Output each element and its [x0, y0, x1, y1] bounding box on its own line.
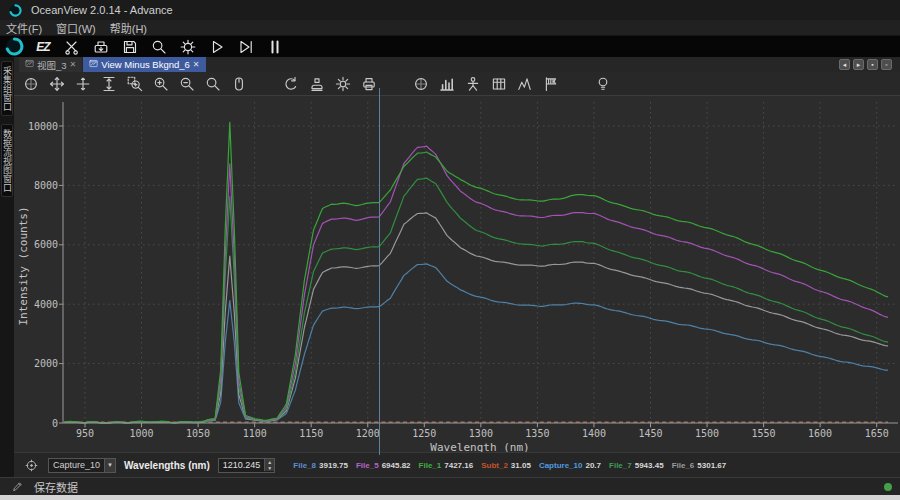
status-indicator-dot — [884, 483, 892, 491]
processing-icon[interactable] — [178, 37, 198, 56]
x-tick-label: 1400 — [582, 428, 606, 439]
tab-label: View Minus Bkgnd_6 — [101, 59, 190, 70]
graph-toolbar-group-0 — [22, 75, 248, 93]
legend-series-value: 7427.16 — [444, 461, 473, 470]
x-tick-label: 1450 — [638, 428, 662, 439]
save-icon[interactable] — [120, 37, 140, 56]
series-File_8 — [65, 264, 888, 423]
x-tick-label: 1300 — [469, 428, 493, 439]
window-title: OceanView 2.0.14 - Advance — [31, 4, 173, 16]
legend-series-name: File_6 — [672, 461, 695, 470]
legend-series-name: File_8 — [293, 461, 316, 470]
app-logo-icon — [5, 1, 25, 20]
menu-f[interactable]: 文件(F) — [6, 20, 42, 36]
zoom-area-icon[interactable] — [126, 75, 144, 93]
menu-h[interactable]: 帮助(H) — [110, 20, 147, 36]
dock-button-3[interactable]: ▫ — [881, 59, 892, 70]
mouse-icon[interactable] — [230, 75, 248, 93]
menu-w[interactable]: 窗口(W) — [56, 20, 96, 36]
menu-bar: 文件(F)窗口(W)帮助(H) — [0, 20, 900, 36]
pause-icon[interactable] — [265, 37, 285, 56]
step-icon[interactable] — [236, 37, 256, 56]
undo-icon[interactable] — [282, 75, 300, 93]
gear-icon[interactable] — [334, 75, 352, 93]
chart-icon[interactable] — [438, 75, 456, 93]
y-tick-label: 0 — [52, 418, 58, 429]
graph-toolbar-group-1 — [282, 75, 378, 93]
play-icon[interactable] — [207, 37, 227, 56]
legend-item-File_7: File_75943.45 — [609, 461, 664, 470]
export-icon[interactable] — [91, 37, 111, 56]
spectrum-plot[interactable]: 0200040006000800010000950100010501100115… — [14, 96, 900, 456]
zoom-out-icon[interactable] — [178, 75, 196, 93]
flag-icon[interactable] — [542, 75, 560, 93]
close-icon[interactable]: ✕ — [70, 60, 77, 69]
y-tick-label: 2000 — [34, 358, 58, 369]
graph-toolbar — [14, 72, 900, 96]
legend-series-name: File_7 — [609, 461, 632, 470]
series-File_7 — [65, 178, 888, 423]
sidebar-tab-1[interactable]: 数据流视图窗口 — [1, 124, 13, 197]
legend-item-Subt_2: Subt_231.05 — [481, 461, 531, 470]
dock-button-2[interactable]: ▪ — [867, 59, 878, 70]
capture-select[interactable]: Capture_10 ▼ — [48, 458, 116, 473]
bottom-edge-strip — [0, 495, 900, 500]
legend-series-name: Capture_10 — [539, 461, 583, 470]
document-tab-bar: 视图_3✕View Minus Bkgnd_6✕◂▸▪▫ — [14, 57, 900, 72]
dock-button-0[interactable]: ◂ — [839, 59, 850, 70]
close-icon[interactable]: ✕ — [193, 60, 200, 69]
legend-series-name: Subt_2 — [481, 461, 508, 470]
zoom-in-icon[interactable] — [152, 75, 170, 93]
spinner-arrows-icon[interactable]: ▲▼ — [264, 459, 274, 471]
tab-view-icon — [89, 59, 98, 70]
x-tick-label: 1250 — [412, 428, 436, 439]
crosshair-icon[interactable] — [74, 75, 92, 93]
peaks-icon[interactable] — [516, 75, 534, 93]
series-File_1 — [65, 122, 888, 423]
y-axis-label: Intensity (counts) — [17, 206, 30, 325]
legend-item-File_8: File_83919.75 — [293, 461, 348, 470]
stamp-icon[interactable] — [308, 75, 326, 93]
left-dock-sidebar: 采集组窗口数据流视图窗口 — [0, 57, 14, 477]
tab-视图_3[interactable]: 视图_3✕ — [19, 57, 82, 72]
bulb-icon[interactable] — [594, 75, 612, 93]
y-tick-label: 10000 — [28, 121, 58, 132]
y-tick-label: 6000 — [34, 239, 58, 250]
legend-item-File_5: File_56945.82 — [356, 461, 411, 470]
x-tick-label: 1200 — [356, 428, 380, 439]
title-bar: OceanView 2.0.14 - Advance — [0, 0, 900, 20]
dock-button-1[interactable]: ▸ — [853, 59, 864, 70]
cursor-control-bar: Capture_10 ▼ Wavelengths (nm) 1210.245 ▲… — [14, 452, 900, 477]
chevron-down-icon[interactable]: ▼ — [104, 459, 115, 472]
x-tick-label: 1350 — [525, 428, 549, 439]
tab-view-icon — [25, 59, 34, 70]
person-icon[interactable] — [464, 75, 482, 93]
table-icon[interactable] — [490, 75, 508, 93]
legend-series-value: 31.05 — [511, 461, 531, 470]
legend-series-value: 5943.45 — [635, 461, 664, 470]
tab-View Minus Bkgnd_6[interactable]: View Minus Bkgnd_6✕ — [83, 57, 205, 72]
pan-icon[interactable] — [48, 75, 66, 93]
wavelength-spinner[interactable]: 1210.245 ▲▼ — [218, 458, 276, 473]
legend-item-File_6: File_65301.67 — [672, 461, 727, 470]
legend-series-value: 20.7 — [585, 461, 601, 470]
ez-mode-icon[interactable]: EZ — [33, 37, 53, 56]
x-tick-label: 1000 — [129, 428, 153, 439]
x-tick-label: 1600 — [808, 428, 832, 439]
zoom-reset-icon[interactable] — [204, 75, 222, 93]
save-data-button[interactable]: 保存数据 — [34, 479, 78, 495]
x-tick-label: 1650 — [865, 428, 889, 439]
scale-icon[interactable] — [412, 75, 430, 93]
app-logo-icon[interactable] — [4, 37, 24, 56]
scale-icon[interactable] — [22, 75, 40, 93]
dock-window-buttons: ◂▸▪▫ — [839, 59, 892, 70]
printer-icon[interactable] — [360, 75, 378, 93]
scissors-icon[interactable] — [62, 37, 82, 56]
legend-row: File_83919.75File_56945.82File_17427.16S… — [293, 461, 726, 470]
capture-select-value: Capture_10 — [49, 460, 104, 470]
search-icon[interactable] — [149, 37, 169, 56]
status-bar: 保存数据 — [0, 477, 900, 495]
sidebar-tab-0[interactable]: 采集组窗口 — [1, 61, 13, 116]
x-tick-label: 1050 — [186, 428, 210, 439]
vertical-fit-icon[interactable] — [100, 75, 118, 93]
